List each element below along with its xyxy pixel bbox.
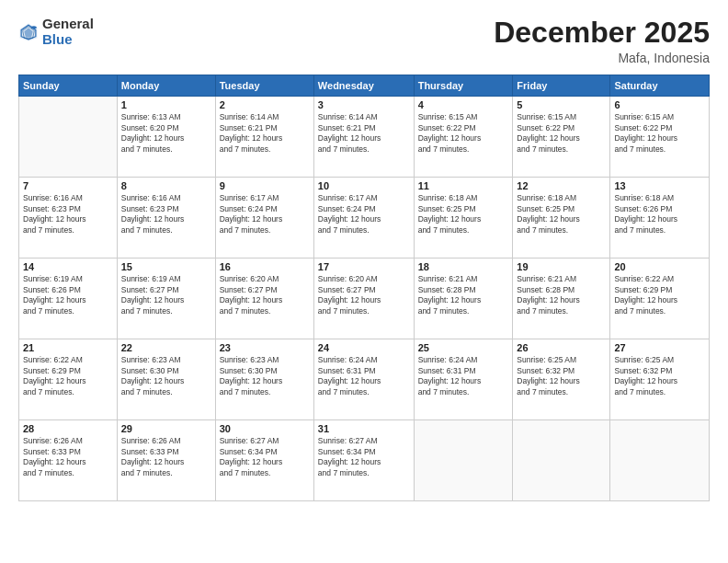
day-number: 8 [121,180,211,191]
day-number: 21 [23,342,113,353]
calendar-cell: 2Sunrise: 6:14 AMSunset: 6:21 PMDaylight… [215,97,313,178]
calendar-cell [19,97,118,178]
calendar-cell [513,420,610,501]
calendar-cell: 4Sunrise: 6:15 AMSunset: 6:22 PMDaylight… [414,97,513,178]
day-info: Sunrise: 6:23 AMSunset: 6:30 PMDaylight:… [121,355,211,397]
day-info: Sunrise: 6:25 AMSunset: 6:32 PMDaylight:… [517,355,606,397]
day-info: Sunrise: 6:20 AMSunset: 6:27 PMDaylight:… [318,274,410,316]
day-number: 27 [614,342,705,353]
weekday-header-wednesday: Wednesday [313,75,414,97]
day-number: 19 [517,261,606,272]
weekday-header-saturday: Saturday [610,75,710,97]
day-number: 20 [614,261,705,272]
calendar-cell: 26Sunrise: 6:25 AMSunset: 6:32 PMDayligh… [513,339,610,420]
day-info: Sunrise: 6:15 AMSunset: 6:22 PMDaylight:… [418,112,509,155]
logo-icon [18,22,39,42]
calendar-cell: 23Sunrise: 6:23 AMSunset: 6:30 PMDayligh… [215,339,313,420]
day-number: 31 [318,423,410,434]
day-number: 24 [318,342,410,353]
calendar-cell: 30Sunrise: 6:27 AMSunset: 6:34 PMDayligh… [215,420,313,501]
day-info: Sunrise: 6:22 AMSunset: 6:29 PMDaylight:… [23,355,113,397]
calendar-cell: 15Sunrise: 6:19 AMSunset: 6:27 PMDayligh… [117,259,215,339]
day-info: Sunrise: 6:27 AMSunset: 6:34 PMDaylight:… [318,436,410,478]
title-block: December 2025 Mafa, Indonesia [494,17,710,65]
calendar-cell: 16Sunrise: 6:20 AMSunset: 6:27 PMDayligh… [215,259,313,339]
calendar-cell: 19Sunrise: 6:21 AMSunset: 6:28 PMDayligh… [513,259,610,339]
calendar-cell: 7Sunrise: 6:16 AMSunset: 6:23 PMDaylight… [19,178,118,259]
calendar-cell: 25Sunrise: 6:24 AMSunset: 6:31 PMDayligh… [414,339,513,420]
calendar-cell: 12Sunrise: 6:18 AMSunset: 6:25 PMDayligh… [513,178,610,259]
day-number: 26 [517,342,606,353]
day-info: Sunrise: 6:26 AMSunset: 6:33 PMDaylight:… [23,436,113,478]
calendar-cell: 13Sunrise: 6:18 AMSunset: 6:26 PMDayligh… [610,178,710,259]
calendar-cell: 3Sunrise: 6:14 AMSunset: 6:21 PMDaylight… [313,97,414,178]
day-info: Sunrise: 6:19 AMSunset: 6:27 PMDaylight:… [121,274,211,316]
calendar-cell: 17Sunrise: 6:20 AMSunset: 6:27 PMDayligh… [313,259,414,339]
calendar-cell: 1Sunrise: 6:13 AMSunset: 6:20 PMDaylight… [117,97,215,178]
day-info: Sunrise: 6:14 AMSunset: 6:21 PMDaylight:… [318,112,410,155]
day-number: 1 [121,99,211,110]
day-info: Sunrise: 6:17 AMSunset: 6:24 PMDaylight:… [318,193,410,236]
day-number: 25 [418,342,509,353]
weekday-header-sunday: Sunday [19,75,118,97]
calendar-cell: 21Sunrise: 6:22 AMSunset: 6:29 PMDayligh… [19,339,118,420]
day-info: Sunrise: 6:21 AMSunset: 6:28 PMDaylight:… [517,274,606,316]
weekday-header-thursday: Thursday [414,75,513,97]
calendar-cell: 29Sunrise: 6:26 AMSunset: 6:33 PMDayligh… [117,420,215,501]
calendar-table: SundayMondayTuesdayWednesdayThursdayFrid… [18,75,710,501]
day-info: Sunrise: 6:24 AMSunset: 6:31 PMDaylight:… [318,355,410,397]
logo-general-text: General [42,17,94,32]
calendar-cell: 5Sunrise: 6:15 AMSunset: 6:22 PMDaylight… [513,97,610,178]
day-info: Sunrise: 6:17 AMSunset: 6:24 PMDaylight:… [220,193,310,236]
day-info: Sunrise: 6:18 AMSunset: 6:25 PMDaylight:… [418,193,509,236]
day-number: 6 [614,99,705,110]
day-number: 11 [418,180,509,191]
day-number: 30 [220,423,310,434]
day-number: 29 [121,423,211,434]
day-info: Sunrise: 6:18 AMSunset: 6:26 PMDaylight:… [614,193,705,236]
location-subtitle: Mafa, Indonesia [494,51,710,65]
day-number: 5 [517,99,606,110]
day-info: Sunrise: 6:22 AMSunset: 6:29 PMDaylight:… [614,274,705,316]
day-info: Sunrise: 6:15 AMSunset: 6:22 PMDaylight:… [517,112,606,155]
calendar-cell: 28Sunrise: 6:26 AMSunset: 6:33 PMDayligh… [19,420,118,501]
day-info: Sunrise: 6:18 AMSunset: 6:25 PMDaylight:… [517,193,606,236]
day-info: Sunrise: 6:14 AMSunset: 6:21 PMDaylight:… [220,112,310,155]
calendar-cell: 31Sunrise: 6:27 AMSunset: 6:34 PMDayligh… [313,420,414,501]
calendar-cell: 27Sunrise: 6:25 AMSunset: 6:32 PMDayligh… [610,339,710,420]
day-info: Sunrise: 6:26 AMSunset: 6:33 PMDaylight:… [121,436,211,478]
day-info: Sunrise: 6:13 AMSunset: 6:20 PMDaylight:… [121,112,211,155]
day-number: 12 [517,180,606,191]
day-number: 7 [23,180,113,191]
day-info: Sunrise: 6:16 AMSunset: 6:23 PMDaylight:… [23,193,113,236]
day-info: Sunrise: 6:23 AMSunset: 6:30 PMDaylight:… [220,355,310,397]
day-info: Sunrise: 6:19 AMSunset: 6:26 PMDaylight:… [23,274,113,316]
month-title: December 2025 [494,17,710,49]
day-number: 23 [220,342,310,353]
calendar-cell: 8Sunrise: 6:16 AMSunset: 6:23 PMDaylight… [117,178,215,259]
weekday-header-monday: Monday [117,75,215,97]
day-number: 22 [121,342,211,353]
day-info: Sunrise: 6:15 AMSunset: 6:22 PMDaylight:… [614,112,705,155]
logo-blue-text: Blue [42,32,94,48]
day-info: Sunrise: 6:24 AMSunset: 6:31 PMDaylight:… [418,355,509,397]
day-info: Sunrise: 6:21 AMSunset: 6:28 PMDaylight:… [418,274,509,316]
calendar-cell: 6Sunrise: 6:15 AMSunset: 6:22 PMDaylight… [610,97,710,178]
calendar-cell: 20Sunrise: 6:22 AMSunset: 6:29 PMDayligh… [610,259,710,339]
calendar-cell [610,420,710,501]
calendar-cell: 22Sunrise: 6:23 AMSunset: 6:30 PMDayligh… [117,339,215,420]
calendar-cell: 10Sunrise: 6:17 AMSunset: 6:24 PMDayligh… [313,178,414,259]
day-number: 10 [318,180,410,191]
logo: General Blue [18,17,94,47]
day-number: 3 [318,99,410,110]
day-info: Sunrise: 6:27 AMSunset: 6:34 PMDaylight:… [220,436,310,478]
day-number: 15 [121,261,211,272]
calendar-cell: 9Sunrise: 6:17 AMSunset: 6:24 PMDaylight… [215,178,313,259]
day-info: Sunrise: 6:25 AMSunset: 6:32 PMDaylight:… [614,355,705,397]
day-number: 17 [318,261,410,272]
calendar-cell: 11Sunrise: 6:18 AMSunset: 6:25 PMDayligh… [414,178,513,259]
calendar-cell: 24Sunrise: 6:24 AMSunset: 6:31 PMDayligh… [313,339,414,420]
day-number: 18 [418,261,509,272]
day-number: 13 [614,180,705,191]
day-info: Sunrise: 6:16 AMSunset: 6:23 PMDaylight:… [121,193,211,236]
